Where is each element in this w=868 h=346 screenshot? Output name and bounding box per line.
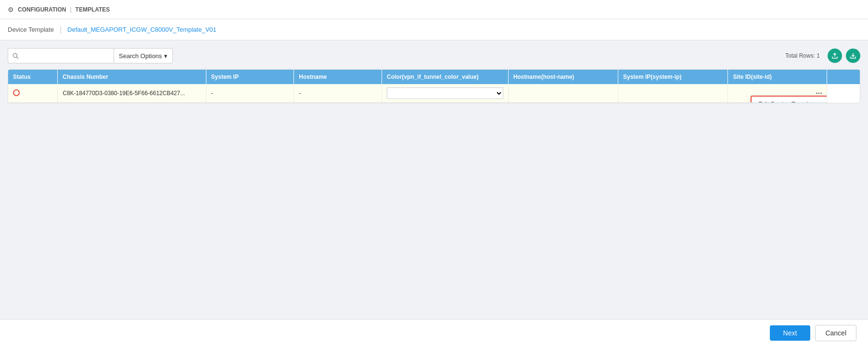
col-chassis: Chassis Number	[58, 70, 206, 84]
col-system-ip: System IP	[206, 70, 294, 84]
hostname-cell: -	[294, 84, 382, 103]
download-button[interactable]	[846, 49, 860, 63]
status-cell	[8, 84, 58, 103]
chassis-number-cell: C8K-184770D3-0380-19E6-5F66-6612CB427...	[58, 84, 206, 103]
total-rows-label: Total Rows: 1	[785, 52, 820, 59]
system-ip-cell: -	[206, 84, 294, 103]
toolbar-row: Search Options ▾ Total Rows: 1	[8, 48, 860, 63]
site-id-cell: Edit Device Template	[728, 84, 827, 103]
edit-device-template-item[interactable]: Edit Device Template	[752, 97, 827, 103]
templates-label: TEMPLATES	[76, 6, 110, 13]
svg-point-4	[816, 93, 817, 94]
color-select[interactable]	[387, 87, 503, 99]
gear-icon: ⚙	[8, 6, 14, 13]
cancel-button[interactable]: Cancel	[815, 325, 856, 341]
config-label: CONFIGURATION	[18, 6, 66, 13]
table-header-row: Status Chassis Number System IP Hostname…	[8, 70, 860, 84]
color-dropdown-cell[interactable]	[382, 84, 508, 103]
status-indicator	[13, 89, 20, 96]
search-options-button[interactable]: Search Options ▾	[114, 48, 173, 63]
breadcrumb-pipe: |	[60, 25, 62, 34]
table-wrapper: Status Chassis Number System IP Hostname…	[8, 69, 860, 103]
hostname-host-cell	[508, 84, 618, 103]
template-link[interactable]: Default_MEGAPORT_ICGW_C8000V_Template_V0…	[67, 26, 217, 33]
system-ip2-cell	[618, 84, 728, 103]
col-system-ip2: System IP(system-ip)	[618, 70, 728, 84]
top-bar: ⚙ CONFIGURATION | TEMPLATES	[0, 0, 868, 19]
main-content: Search Options ▾ Total Rows: 1	[0, 40, 868, 319]
breadcrumb-bar: Device Template | Default_MEGAPORT_ICGW_…	[0, 19, 868, 40]
next-button[interactable]: Next	[770, 325, 811, 341]
col-action	[827, 70, 860, 84]
svg-point-6	[820, 93, 822, 94]
svg-line-1	[17, 57, 18, 59]
search-input[interactable]	[22, 52, 110, 60]
download-icon	[850, 52, 856, 59]
svg-point-0	[13, 53, 17, 57]
table-row: C8K-184770D3-0380-19E6-5F66-6612CB427...…	[8, 84, 860, 103]
action-icons	[828, 49, 860, 63]
search-icon	[12, 52, 19, 59]
context-menu: Edit Device Template	[751, 96, 827, 103]
footer: Next Cancel	[0, 319, 868, 346]
search-options-label: Search Options	[119, 52, 162, 60]
col-status: Status	[8, 70, 58, 84]
topbar-separator: |	[70, 6, 71, 13]
device-template-label: Device Template	[8, 26, 54, 33]
col-hostname-host: Hostname(host-name)	[508, 70, 618, 84]
chevron-down-icon: ▾	[164, 52, 167, 60]
col-color: Color(vpn_if_tunnel_color_value)	[382, 70, 508, 84]
search-area: Search Options ▾	[8, 48, 173, 63]
upload-icon	[831, 52, 838, 59]
search-input-wrapper	[8, 48, 114, 63]
upload-button[interactable]	[828, 49, 842, 63]
col-hostname: Hostname	[294, 70, 382, 84]
toolbar-right: Total Rows: 1	[785, 49, 860, 63]
col-site-id: Site ID(site-id)	[728, 70, 827, 84]
svg-point-5	[818, 93, 820, 94]
device-table: Status Chassis Number System IP Hostname…	[8, 70, 860, 103]
